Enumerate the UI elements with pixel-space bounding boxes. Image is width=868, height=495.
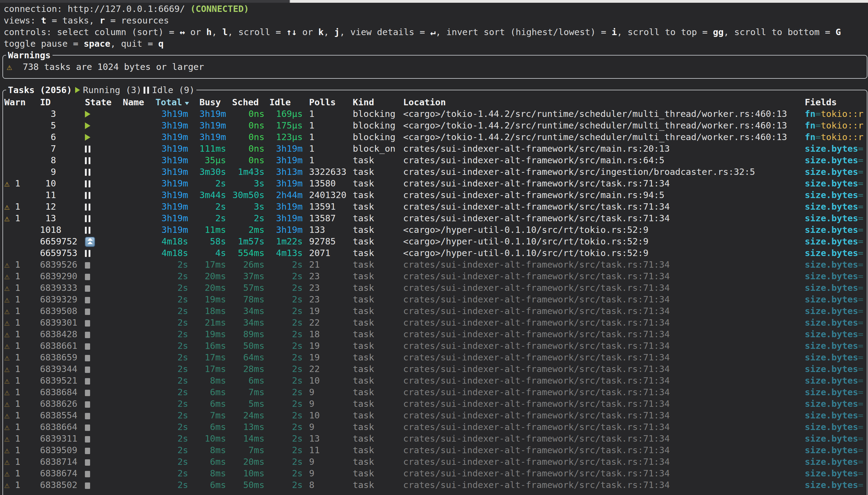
column-header-fields[interactable]: Fields	[805, 97, 865, 108]
task-row[interactable]: ⚠ 168385542s7ms24ms2s10taskcrates/sui-in…	[3, 410, 867, 421]
polls-count: 23	[309, 282, 351, 294]
sort-indicator-icon	[185, 102, 189, 105]
task-id: 1018	[40, 224, 78, 236]
task-row[interactable]: 33h19m3h19m0ns169µs1blocking<cargo>/toki…	[3, 108, 867, 120]
task-row[interactable]: ⚠ 168386842s6ms7ms2s9taskcrates/sui-inde…	[3, 386, 867, 398]
task-location: crates/sui-indexer-alt-framework/src/tas…	[403, 282, 803, 294]
task-row[interactable]: ⚠ 168393442s17ms28ms2s22taskcrates/sui-i…	[3, 363, 867, 375]
task-row[interactable]: ⚠ 1 103h19m2s3s3h19m13580taskcrates/sui-…	[3, 177, 867, 189]
column-header-kind[interactable]: Kind	[353, 97, 402, 108]
task-row[interactable]: ⚠ 168385022s6ms50ms2s8taskcrates/sui-ind…	[3, 479, 867, 491]
task-id: 5	[40, 120, 78, 131]
task-row[interactable]: ⚠ 168386612s16ms50ms2s19taskcrates/sui-i…	[3, 340, 867, 352]
field-equals: =	[858, 468, 864, 479]
column-header-polls[interactable]: Polls	[309, 97, 351, 108]
task-row[interactable]: ⚠ 168386742s8ms10ms2s9taskcrates/sui-ind…	[3, 467, 867, 479]
task-row[interactable]: ⚠ 168386592s17ms64ms2s19taskcrates/sui-i…	[3, 352, 867, 363]
task-row[interactable]: 73h19m111ms0ns3h19m1block_oncrates/sui-i…	[3, 143, 867, 154]
field-equals: =	[858, 364, 864, 374]
task-location: crates/sui-indexer-alt-framework/src/tas…	[403, 259, 803, 270]
task-id: 6838659	[40, 352, 78, 363]
total-duration: 3h19m	[155, 189, 188, 201]
sched-duration: 7ms	[232, 444, 265, 456]
task-row[interactable]: ⚠ 168395262s17ms26ms2s21taskcrates/sui-i…	[3, 259, 867, 270]
field-key: size.bytes	[805, 143, 858, 154]
task-row[interactable]: 83h19m35µs0ns3h19m1taskcrates/sui-indexe…	[3, 154, 867, 166]
task-row[interactable]: 113h19m3m44s30m50s2h44m2401320taskcrates…	[3, 189, 867, 201]
task-row[interactable]: ⚠ 168395082s18ms34ms2s19taskcrates/sui-i…	[3, 305, 867, 317]
task-row[interactable]: 53h19m3h19m0ns175µs1blocking<cargo>/toki…	[3, 120, 867, 131]
column-header-total[interactable]: Total	[155, 97, 189, 108]
column-header-name[interactable]: Name	[123, 97, 153, 108]
task-kind: task	[353, 375, 402, 386]
busy-duration: 6ms	[199, 479, 226, 491]
sched-duration: 34ms	[232, 305, 265, 317]
task-row[interactable]: ⚠ 1 123h19m2s3s3h19m13591taskcrates/sui-…	[3, 201, 867, 212]
task-row[interactable]: ⚠ 168386642s6ms13ms2s9taskcrates/sui-ind…	[3, 421, 867, 433]
task-name	[123, 305, 153, 317]
busy-duration: 35µs	[199, 154, 226, 166]
warning-icon: ⚠	[4, 364, 15, 374]
field-key: size.bytes	[805, 236, 858, 246]
warning-icon: ⚠	[4, 306, 15, 316]
task-kind: task	[353, 305, 402, 317]
column-header-location[interactable]: Location	[403, 97, 803, 108]
total-duration: 4m18s	[155, 247, 188, 259]
total-duration: 2s	[155, 479, 188, 491]
column-header-warn[interactable]: Warn	[4, 97, 38, 108]
task-location: crates/sui-indexer-alt-framework/src/tas…	[403, 456, 803, 467]
state-cell	[85, 201, 121, 212]
field-equals: =	[858, 375, 864, 386]
task-kind: blocking	[353, 108, 402, 120]
total-duration: 2s	[155, 456, 188, 467]
task-row[interactable]: 63h19m3h19m0ns123µs1blocking<cargo>/toki…	[3, 131, 867, 143]
task-row[interactable]: ⚠ 168393112s10ms14ms2s13taskcrates/sui-i…	[3, 433, 867, 444]
task-name	[123, 479, 153, 491]
task-location: crates/sui-indexer-alt-framework/src/tas…	[403, 421, 803, 433]
task-location: crates/sui-indexer-alt-framework/src/tas…	[403, 410, 803, 421]
column-header-id[interactable]: ID	[40, 97, 78, 108]
task-row[interactable]: ⚠ 168392902s20ms37ms2s23taskcrates/sui-i…	[3, 270, 867, 282]
task-fields: size.bytes=	[805, 224, 865, 236]
task-row[interactable]: 66597534m18s4s554ms4m13s2071task<cargo>/…	[3, 247, 867, 259]
column-header-sched[interactable]: Sched	[232, 97, 265, 108]
task-row[interactable]: ⚠ 168393292s19ms78ms2s23taskcrates/sui-i…	[3, 294, 867, 305]
column-header-idle[interactable]: Idle	[269, 97, 303, 108]
warn-cell: ⚠ 1	[4, 317, 38, 328]
busy-duration: 4s	[199, 247, 226, 259]
task-kind: task	[353, 386, 402, 398]
idle-count-label: Idle (9)	[152, 84, 195, 96]
task-row[interactable]: ⚠ 168384282s19ms89ms2s18taskcrates/sui-i…	[3, 328, 867, 340]
task-kind: task	[353, 467, 402, 479]
task-row[interactable]: 93h19m3m30s1m43s3h13m3322633taskcrates/s…	[3, 166, 867, 177]
state-cell	[85, 456, 121, 467]
task-fields: size.bytes=	[805, 386, 865, 398]
task-row[interactable]: ⚠ 168393332s20ms57ms2s23taskcrates/sui-i…	[3, 282, 867, 294]
task-row[interactable]: ⚠ 168386262s6ms5ms2s9taskcrates/sui-inde…	[3, 398, 867, 410]
task-row[interactable]: ⚠ 168393012s21ms34ms2s22taskcrates/sui-i…	[3, 317, 867, 328]
state-cell	[85, 410, 121, 421]
task-row[interactable]: ⚠ 168387142s6ms20ms2s9taskcrates/sui-ind…	[3, 456, 867, 467]
task-row[interactable]: ⚠ 168395092s8ms7ms2s11taskcrates/sui-ind…	[3, 444, 867, 456]
field-equals: =	[858, 271, 864, 281]
task-row[interactable]: ⚠ 1 133h19m2s2s3h19m13587taskcrates/sui-…	[3, 212, 867, 224]
column-header-state[interactable]: State	[85, 97, 121, 108]
task-row[interactable]: 10183h19m11ms2ms3h19m133task<cargo>/hype…	[3, 224, 867, 236]
done-icon	[85, 285, 90, 292]
task-id: 6838554	[40, 410, 78, 421]
task-row[interactable]: ⚠ 168395212s8ms6ms2s10taskcrates/sui-ind…	[3, 375, 867, 386]
field-equals: =	[858, 329, 864, 339]
warning-icon: ⚠	[4, 341, 15, 351]
task-row[interactable]: 66597524m18s58s1m57s1m22s92785task<cargo…	[3, 236, 867, 247]
task-location: crates/sui-indexer-alt-framework/src/tas…	[403, 352, 803, 363]
column-header-busy[interactable]: Busy	[199, 97, 226, 108]
field-value: tokio::r	[821, 132, 864, 142]
polls-count: 10	[309, 375, 351, 386]
busy-duration: 18ms	[199, 305, 226, 317]
idle-duration: 3h19m	[269, 212, 303, 224]
warn-count: 1	[15, 306, 20, 316]
idle-duration: 3h19m	[269, 224, 303, 236]
sched-duration: 34ms	[232, 317, 265, 328]
task-name	[123, 189, 153, 201]
warn-cell	[4, 236, 38, 247]
